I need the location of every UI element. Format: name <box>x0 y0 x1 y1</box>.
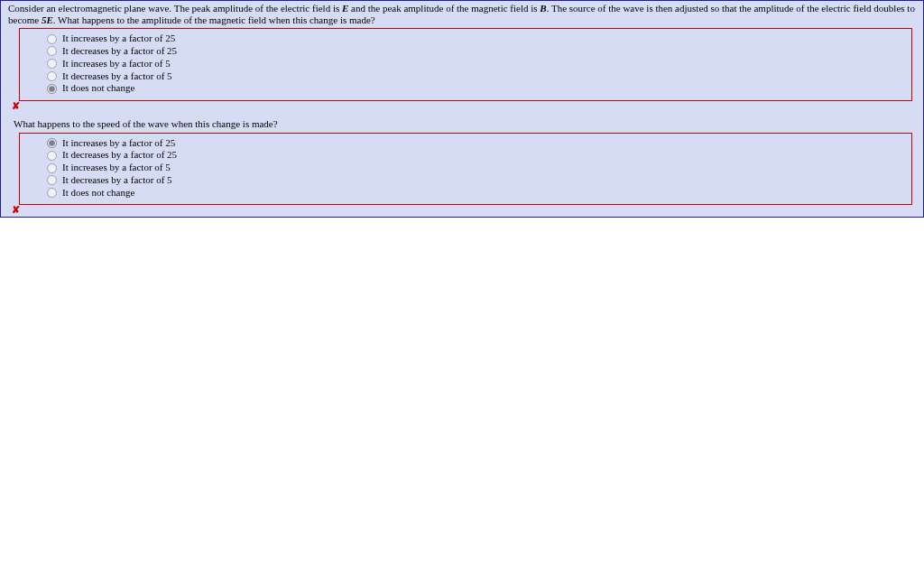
q2-radio-1[interactable] <box>47 151 57 161</box>
question1-answers: It increases by a factor of 25 It decrea… <box>19 28 912 101</box>
q2-option-0[interactable]: It increases by a factor of 25 <box>47 137 908 150</box>
q1-radio-2[interactable] <box>47 59 57 69</box>
question2-prompt: What happens to the speed of the wave wh… <box>6 116 918 130</box>
q2-grade-mark: ✘ <box>12 205 918 215</box>
q2-option-label-0: It increases by a factor of 25 <box>62 137 175 150</box>
q1-option-2[interactable]: It increases by a factor of 5 <box>47 58 908 70</box>
q2-option-label-2: It increases by a factor of 5 <box>62 162 171 174</box>
q1-symbol-B: B <box>540 3 546 14</box>
q2-option-4[interactable]: It does not change <box>47 187 908 200</box>
quiz-page: Consider an electromagnetic plane wave. … <box>0 0 924 218</box>
q1-option-label-1: It decreases by a factor of 25 <box>62 45 177 58</box>
q1-option-3[interactable]: It decreases by a factor of 5 <box>47 70 908 83</box>
q2-radio-0[interactable] <box>47 138 57 148</box>
q1-grade-mark: ✘ <box>12 101 918 111</box>
q1-option-label-0: It increases by a factor of 25 <box>62 33 175 45</box>
q2-option-3[interactable]: It decreases by a factor of 5 <box>47 174 908 187</box>
q1-option-label-4: It does not change <box>62 82 134 95</box>
q1-radio-4[interactable] <box>47 84 57 94</box>
q1-radio-0[interactable] <box>47 34 57 44</box>
q2-radio-3[interactable] <box>47 175 57 185</box>
quiz-body: Consider an electromagnetic plane wave. … <box>1 1 923 215</box>
q1-option-1[interactable]: It decreases by a factor of 25 <box>47 45 908 58</box>
q2-option-label-3: It decreases by a factor of 5 <box>62 174 172 187</box>
q1-symbol-5E: 5E <box>42 14 53 25</box>
q2-option-2[interactable]: It increases by a factor of 5 <box>47 162 908 174</box>
q2-option-label-4: It does not change <box>62 187 134 200</box>
q2-radio-2[interactable] <box>47 163 57 173</box>
q2-option-label-1: It decreases by a factor of 25 <box>62 149 177 162</box>
q1-radio-3[interactable] <box>47 71 57 81</box>
q1-option-4[interactable]: It does not change <box>47 82 908 95</box>
q1-radio-1[interactable] <box>47 46 57 56</box>
q1-option-label-2: It increases by a factor of 5 <box>62 58 171 70</box>
q2-radio-4[interactable] <box>47 188 57 198</box>
q2-option-1[interactable]: It decreases by a factor of 25 <box>47 149 908 162</box>
question1-prompt: Consider an electromagnetic plane wave. … <box>6 3 918 25</box>
q1-option-0[interactable]: It increases by a factor of 25 <box>47 33 908 45</box>
q1-prompt-part-d: . What happens to the amplitude of the m… <box>53 14 375 25</box>
q1-prompt-part-b: and the peak amplitude of the magnetic f… <box>348 3 540 14</box>
q1-option-label-3: It decreases by a factor of 5 <box>62 70 172 83</box>
question2-answers: It increases by a factor of 25 It decrea… <box>19 133 912 206</box>
q1-prompt-part-a: Consider an electromagnetic plane wave. … <box>8 3 342 14</box>
